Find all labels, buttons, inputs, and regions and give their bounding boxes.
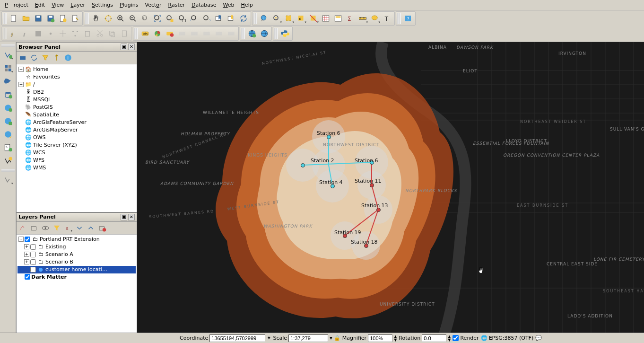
pan-button[interactable]: [90, 12, 102, 25]
browser-item[interactable]: 🗄MSSQL: [17, 96, 136, 103]
add-feature-button[interactable]: [44, 27, 57, 40]
zoom-in-button[interactable]: [114, 12, 127, 25]
add-postgis-layer-button[interactable]: [2, 88, 14, 101]
browser-item[interactable]: 🌐OWS: [17, 133, 136, 141]
move-label-button[interactable]: [200, 27, 213, 40]
filter-legend-icon[interactable]: [52, 223, 62, 233]
zoom-next-button[interactable]: [200, 12, 213, 25]
expression-filter-icon[interactable]: ε: [63, 223, 73, 233]
pan-to-selection-button[interactable]: [102, 12, 114, 25]
menu-edit[interactable]: Edit: [32, 1, 48, 9]
map-canvas[interactable]: ALBINADawson ParkIRVINGTONELIOTSULLIVAN'…: [137, 42, 644, 334]
layer-item[interactable]: +🗀Scenario B: [17, 258, 136, 266]
zoom-full-button[interactable]: [151, 12, 164, 25]
toolbar-handle[interactable]: [134, 28, 138, 39]
new-print-composer-button[interactable]: [57, 12, 69, 25]
crs-icon[interactable]: 🌐: [481, 335, 487, 341]
browser-item[interactable]: 🗄DB2: [17, 88, 136, 96]
scale-input[interactable]: [288, 334, 328, 342]
composer-manager-button[interactable]: [69, 12, 81, 25]
move-feature-button[interactable]: [57, 27, 69, 40]
browser-tree[interactable]: +🏠Home☆Favourites+📁/🗄DB2🗄MSSQL🐘PostGIS🪶S…: [17, 64, 137, 212]
refresh-button[interactable]: [237, 12, 250, 25]
rotate-label-button[interactable]: [213, 27, 225, 40]
close-icon[interactable]: ✕: [128, 214, 135, 220]
layer-item[interactable]: ●customer home locati…: [17, 266, 136, 273]
node-tool-button[interactable]: [69, 27, 81, 40]
add-wcs-layer-button[interactable]: [2, 115, 14, 127]
map-tips-button[interactable]: [369, 12, 381, 25]
current-edits-button[interactable]: [20, 27, 32, 40]
toolbar-handle[interactable]: [274, 28, 278, 39]
menu-settings[interactable]: Settings: [89, 1, 116, 9]
layer-visibility-checkbox[interactable]: [30, 252, 36, 257]
messages-icon[interactable]: 💬: [535, 335, 542, 341]
browser-item[interactable]: 🐘PostGIS: [17, 103, 136, 111]
copy-features-button[interactable]: [106, 27, 118, 40]
show-bookmarks-button[interactable]: [225, 12, 237, 25]
menu-plugins[interactable]: Plugins: [117, 1, 141, 9]
measure-button[interactable]: [357, 12, 369, 25]
layer-visibility-checkbox[interactable]: [25, 274, 30, 280]
save-button[interactable]: [32, 12, 44, 25]
add-raster-layer-button[interactable]: [2, 62, 14, 74]
change-label-button[interactable]: [225, 27, 237, 40]
python-console-button[interactable]: [279, 27, 291, 40]
field-calculator-button[interactable]: [332, 12, 344, 25]
toolbar-handle[interactable]: [1, 44, 15, 47]
zoom-native-button[interactable]: 1:1: [139, 12, 151, 25]
new-project-button[interactable]: [8, 12, 20, 25]
menu-layer[interactable]: Layer: [68, 1, 88, 9]
toolbar-handle[interactable]: [253, 13, 257, 24]
add-spatialite-layer-button[interactable]: [2, 75, 14, 88]
coord-input[interactable]: [209, 334, 265, 342]
browser-item[interactable]: 🪶SpatiaLite: [17, 111, 136, 118]
new-bookmark-button[interactable]: [213, 12, 225, 25]
spinner-icon[interactable]: ▲▼: [394, 335, 397, 342]
spinner-icon[interactable]: ▲▼: [448, 335, 451, 342]
visibility-icon[interactable]: [40, 223, 51, 233]
menu-help[interactable]: Help: [238, 1, 256, 9]
add-vector-layer-button[interactable]: [2, 49, 14, 61]
menu-database[interactable]: Database: [189, 1, 219, 9]
browser-item[interactable]: 🌐ArcGisMapServer: [17, 126, 136, 133]
expand-icon[interactable]: +: [24, 252, 29, 257]
menu-vector[interactable]: Vector: [142, 1, 165, 9]
browser-item[interactable]: 🌐Tile Server (XYZ): [17, 141, 136, 149]
refresh-icon[interactable]: [29, 53, 39, 63]
lock-scale-icon[interactable]: 🔒: [334, 335, 340, 341]
toolbar-handle[interactable]: [241, 28, 245, 39]
layer-item[interactable]: +🗀Existing: [17, 243, 136, 251]
layers-tree[interactable]: -🗀Portland PRT Extension+🗀Existing+🗀Scen…: [17, 235, 137, 334]
help-button[interactable]: ?: [402, 12, 414, 25]
zoom-to-selection-button[interactable]: [164, 12, 176, 25]
browser-item[interactable]: ☆Favourites: [17, 73, 136, 80]
undock-icon[interactable]: ▣: [121, 44, 127, 50]
cut-features-button[interactable]: [94, 27, 106, 40]
zoom-to-layer-button[interactable]: [176, 12, 188, 25]
collapse-icon[interactable]: [52, 53, 62, 63]
expand-icon[interactable]: +: [18, 67, 24, 72]
layer-visibility-checkbox[interactable]: [30, 267, 36, 273]
browser-item[interactable]: 🌐WMS: [17, 164, 136, 171]
text-annotation-button[interactable]: T: [381, 12, 393, 25]
properties-icon[interactable]: i: [63, 53, 73, 63]
expand-icon[interactable]: -: [18, 237, 24, 242]
crs-label[interactable]: EPSG:3857 (OTF): [489, 335, 534, 341]
new-shapefile-button[interactable]: [2, 155, 14, 167]
close-icon[interactable]: ✕: [128, 44, 135, 50]
magnifier-input[interactable]: [368, 334, 392, 342]
add-wms-layer-button[interactable]: [2, 102, 14, 114]
layer-visibility-checkbox[interactable]: [30, 244, 36, 250]
render-checkbox[interactable]: [453, 335, 459, 341]
toolbar-handle[interactable]: [3, 28, 7, 39]
web-button[interactable]: [258, 27, 270, 40]
collapse-all-icon[interactable]: [86, 223, 96, 233]
toolbar-handle[interactable]: [85, 13, 89, 24]
open-attribute-table-button[interactable]: [320, 12, 332, 25]
delete-selected-button[interactable]: [81, 27, 94, 40]
add-virtual-layer-button[interactable]: [2, 174, 14, 186]
identify-dropdown[interactable]: [270, 12, 283, 25]
menu-web[interactable]: Web: [220, 1, 237, 9]
expand-all-icon[interactable]: [74, 223, 85, 233]
